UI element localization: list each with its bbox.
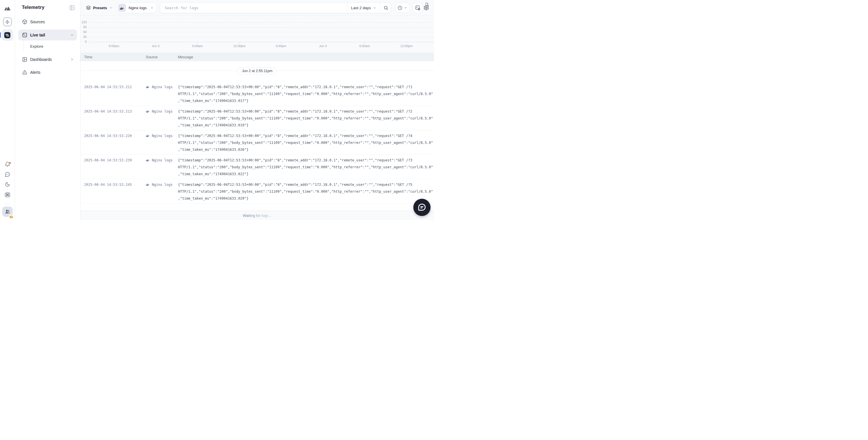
sidebar-item-label: Dashboards: [30, 57, 52, 62]
brand-logo-icon[interactable]: [4, 5, 11, 11]
log-volume-chart[interactable]: 1209060300 6:00pmJun 36:00am12:00pm6:00p…: [81, 15, 434, 53]
zap-icon: [6, 20, 9, 24]
avatar-badge: SU: [9, 214, 14, 219]
log-source-label: Nginx logs: [152, 181, 173, 188]
time-range-selector[interactable]: Last 2 days: [347, 3, 380, 13]
chevron-down-icon: [110, 6, 113, 9]
quick-actions-button[interactable]: [3, 18, 12, 26]
log-search-bar: Last 2 days: [160, 2, 391, 13]
panels-icon: [22, 57, 27, 62]
add-column-icon: [425, 2, 429, 7]
y-axis-tick-label: 0: [81, 40, 87, 43]
sidebar-item-label: Sources: [30, 20, 45, 24]
docker-icon: [146, 183, 150, 186]
add-column-button[interactable]: [425, 2, 429, 7]
log-timestamp: 2025-06-04 14:53:53.239: [84, 157, 146, 179]
source-selector[interactable]: Nginx logs: [116, 2, 157, 13]
timezone-button[interactable]: [395, 3, 410, 13]
log-timestamp: 2025-06-04 14:53:53.245: [84, 181, 146, 203]
dark-mode-toggle[interactable]: [5, 182, 10, 187]
sidebar: Telemetry Sources: [15, 0, 81, 220]
waiting-status-text: Waiting for logs...: [243, 213, 272, 218]
query-console-button[interactable]: [412, 3, 423, 13]
chevron-down-icon: [373, 6, 377, 10]
sidebar-item-alerts[interactable]: Alerts: [19, 67, 77, 78]
chevron-right-icon[interactable]: [70, 57, 74, 61]
source-selector-value: Nginx logs: [129, 6, 147, 10]
rail-divider: [4, 204, 11, 204]
log-row[interactable]: 2025-06-04 14:53:53.213 Nginx logs {"tim…: [81, 106, 434, 130]
gridline: [88, 42, 434, 42]
date-separator-badge[interactable]: Jun 2 at 2:55:11pm: [237, 67, 277, 75]
rail-item-livetail[interactable]: [2, 29, 13, 41]
y-axis-tick-label: 60: [81, 30, 87, 34]
column-header-time[interactable]: Time: [84, 55, 146, 59]
docker-icon: [146, 134, 150, 137]
chevron-down-icon: [404, 6, 407, 9]
sidebar-item-livetail[interactable]: Live tail: [19, 30, 77, 40]
log-source: Nginx logs: [146, 181, 178, 203]
log-source-label: Nginx logs: [152, 84, 173, 90]
main-panel: Presets Nginx logs: [81, 0, 434, 220]
column-header-source[interactable]: Source: [146, 55, 178, 59]
x-axis-tick-label: 6:00pm: [276, 44, 286, 48]
x-axis-tickmark: [114, 42, 114, 43]
terminal-icon: [22, 32, 27, 38]
y-axis-tick-label: 30: [81, 35, 87, 38]
x-axis-tick-label: Jun 3: [152, 44, 160, 48]
log-row[interactable]: 2025-06-04 14:53:53.212 Nginx logs {"tim…: [81, 82, 434, 106]
x-axis-tickmark: [239, 42, 240, 43]
log-source-label: Nginx logs: [152, 133, 173, 139]
feedback-button[interactable]: [5, 172, 10, 177]
sidebar-item-label: Explore: [30, 44, 43, 49]
x-axis-tick-label: Jun 4: [319, 44, 327, 48]
x-axis-tickmark: [197, 42, 198, 43]
sidebar-item-label: Live tail: [30, 33, 45, 37]
y-axis-tick-label: 90: [81, 25, 87, 29]
log-source-label: Nginx logs: [152, 157, 173, 164]
sidebar-item-explore[interactable]: Explore: [19, 41, 77, 52]
chevron-down-icon[interactable]: [70, 33, 74, 37]
log-rows: 2025-06-04 14:53:53.212 Nginx logs {"tim…: [81, 82, 434, 204]
topbar: Presets Nginx logs: [81, 0, 434, 15]
notification-dot: [9, 162, 11, 164]
docker-icon: [146, 110, 150, 113]
docker-icon: [146, 158, 150, 162]
x-axis-tick-label: 12:00pm: [234, 44, 246, 48]
log-message: {"timestamp":"2025-06-04T12:53:53+00:00"…: [178, 108, 433, 130]
search-icon: [383, 5, 389, 10]
log-row[interactable]: 2025-06-04 14:53:53.220 Nginx logs {"tim…: [81, 130, 434, 155]
log-table-header: Time Source Message: [81, 53, 434, 61]
log-row[interactable]: 2025-06-04 14:53:53.245 Nginx logs {"tim…: [81, 179, 434, 204]
app-window: SU Telemetry Sources: [0, 0, 434, 220]
x-axis-tickmark: [365, 42, 365, 43]
search-input[interactable]: [160, 3, 347, 13]
presets-button[interactable]: Presets: [84, 3, 115, 13]
log-row[interactable]: 2025-06-04 14:53:53.239 Nginx logs {"tim…: [81, 155, 434, 179]
log-message: {"timestamp":"2025-06-04T12:53:53+00:00"…: [178, 157, 433, 179]
status-footer: Waiting for logs...: [81, 210, 434, 220]
active-rail-indicator: [0, 32, 1, 38]
sidebar-item-dashboards[interactable]: Dashboards: [19, 54, 77, 65]
log-source: Nginx logs: [146, 157, 178, 179]
x-axis-tickmark: [406, 42, 407, 43]
logs-icon: [3, 31, 11, 39]
collapse-sidebar-button[interactable]: [69, 5, 75, 11]
column-header-message[interactable]: Message: [178, 55, 434, 59]
docker-icon: [146, 85, 150, 88]
shortcuts-button[interactable]: [4, 192, 10, 198]
chat-bubble-icon: [417, 203, 427, 212]
log-timestamp: 2025-06-04 14:53:53.220: [84, 133, 146, 154]
log-timestamp: 2025-06-04 14:53:53.213: [84, 108, 146, 130]
support-chat-button[interactable]: [413, 199, 431, 216]
log-source-label: Nginx logs: [152, 108, 173, 115]
x-axis-tick-label: 12:00pm: [400, 44, 413, 48]
clock-icon: [398, 5, 402, 10]
y-axis-tick-label: 120: [81, 20, 87, 24]
log-source: Nginx logs: [146, 133, 178, 154]
run-search-button[interactable]: [380, 3, 391, 13]
sidebar-item-sources[interactable]: Sources: [19, 17, 77, 27]
docker-icon: [118, 4, 126, 12]
alert-triangle-icon: [22, 70, 27, 75]
sidebar-item-label: Alerts: [30, 70, 40, 75]
